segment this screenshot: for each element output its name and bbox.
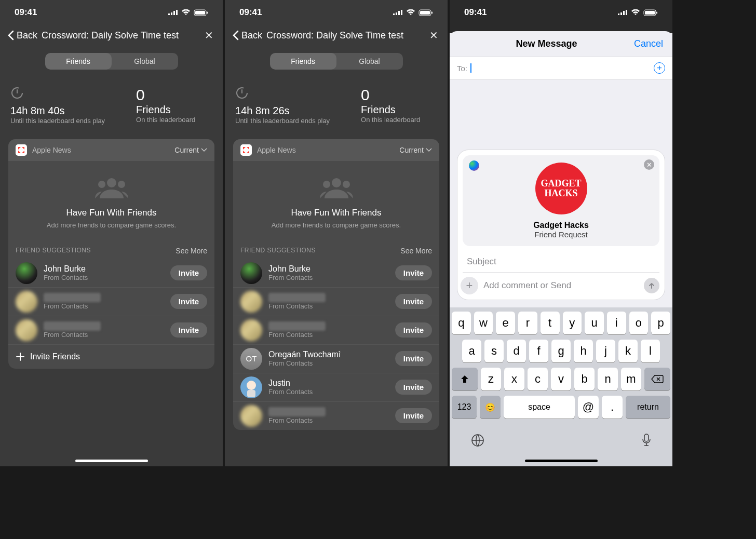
- friend-request-attachment[interactable]: ✕ GADGET HACKS Gadget Hacks Friend Reque…: [463, 155, 659, 246]
- subject-field[interactable]: Subject: [463, 251, 659, 273]
- add-attachment-button[interactable]: +: [461, 277, 478, 294]
- svg-point-13: [343, 181, 350, 188]
- shift-key[interactable]: [452, 368, 478, 390]
- suggestion-row: John BurkeFrom ContactsInvite: [8, 259, 214, 287]
- key-q[interactable]: q: [452, 312, 471, 334]
- plus-icon: [16, 352, 25, 361]
- dot-key[interactable]: .: [602, 396, 623, 419]
- key-c[interactable]: c: [528, 368, 548, 390]
- at-key[interactable]: @: [578, 396, 599, 419]
- key-f[interactable]: f: [529, 340, 548, 362]
- see-more-button[interactable]: See More: [176, 247, 207, 255]
- key-w[interactable]: w: [474, 312, 493, 334]
- compose-field[interactable]: Add comment or Send: [483, 280, 639, 291]
- invite-button[interactable]: Invite: [395, 322, 432, 338]
- timeframe-selector[interactable]: Current: [174, 146, 207, 154]
- key-l[interactable]: l: [641, 340, 660, 362]
- invite-button[interactable]: Invite: [170, 294, 207, 309]
- nav-header: Back Crossword: Daily Solve Time test ✕: [0, 21, 223, 49]
- key-h[interactable]: h: [574, 340, 593, 362]
- key-d[interactable]: d: [507, 340, 526, 362]
- suggestion-name: John Burke: [44, 264, 170, 274]
- suggestion-name: [44, 293, 101, 302]
- status-bar: 09:41: [450, 0, 672, 33]
- return-key[interactable]: return: [626, 396, 670, 419]
- hero-title: Have Fun With Friends: [19, 208, 204, 218]
- cancel-button[interactable]: Cancel: [634, 38, 663, 49]
- key-y[interactable]: y: [563, 312, 582, 334]
- suggestion-list: John BurkeFrom ContactsInviteFrom Contac…: [8, 259, 214, 344]
- page-title: Crossword: Daily Solve Time test: [266, 30, 427, 41]
- numbers-key[interactable]: 123: [452, 396, 477, 419]
- tab-friends[interactable]: Friends: [45, 53, 112, 70]
- key-i[interactable]: i: [607, 312, 626, 334]
- invite-button[interactable]: Invite: [170, 322, 207, 338]
- see-more-button[interactable]: See More: [400, 247, 432, 255]
- invite-button[interactable]: Invite: [395, 408, 432, 423]
- chevron-left-icon[interactable]: [232, 30, 239, 41]
- tab-global[interactable]: Global: [112, 53, 178, 70]
- key-z[interactable]: z: [481, 368, 501, 390]
- status-icons: [393, 9, 433, 16]
- space-key[interactable]: space: [504, 396, 575, 419]
- key-v[interactable]: v: [551, 368, 571, 390]
- card-header: Apple News Current: [233, 139, 439, 161]
- send-button[interactable]: [644, 278, 659, 293]
- key-x[interactable]: x: [504, 368, 524, 390]
- invite-button[interactable]: Invite: [395, 351, 432, 366]
- chevron-left-icon[interactable]: [7, 30, 15, 41]
- svg-point-11: [332, 178, 341, 187]
- key-e[interactable]: e: [496, 312, 515, 334]
- key-j[interactable]: j: [596, 340, 615, 362]
- dictation-key[interactable]: [641, 433, 652, 450]
- key-u[interactable]: u: [585, 312, 604, 334]
- cellular-icon: [393, 9, 403, 16]
- add-recipient-button[interactable]: +: [654, 62, 665, 74]
- friends-label: Friends: [361, 104, 420, 116]
- invite-button[interactable]: Invite: [395, 380, 432, 395]
- message-bubble: ✕ GADGET HACKS Gadget Hacks Friend Reque…: [457, 150, 665, 300]
- key-r[interactable]: r: [518, 312, 537, 334]
- close-button[interactable]: ✕: [427, 27, 440, 44]
- close-button[interactable]: ✕: [203, 27, 215, 44]
- remove-attachment-button[interactable]: ✕: [644, 159, 654, 170]
- key-m[interactable]: m: [621, 368, 641, 390]
- game-center-icon: [469, 160, 479, 171]
- back-button[interactable]: Back: [241, 30, 262, 41]
- globe-key[interactable]: [470, 433, 485, 450]
- suggestion-name: [44, 321, 101, 331]
- key-n[interactable]: n: [598, 368, 618, 390]
- key-a[interactable]: a: [462, 340, 481, 362]
- key-g[interactable]: g: [551, 340, 571, 362]
- back-button[interactable]: Back: [17, 30, 37, 41]
- section-label: FRIEND SUGGESTIONS: [16, 247, 91, 255]
- key-s[interactable]: s: [484, 340, 504, 362]
- battery-icon: [643, 9, 658, 16]
- key-b[interactable]: b: [574, 368, 595, 390]
- suggestions-card: Apple News Current Have Fun With Friends…: [233, 139, 439, 430]
- invite-friends-button[interactable]: Invite Friends: [8, 344, 214, 369]
- tab-global[interactable]: Global: [336, 53, 403, 70]
- time-remaining-sub: Until this leaderboard ends play: [235, 117, 330, 126]
- status-bar: 09:41: [225, 0, 448, 21]
- clock: 09:41: [15, 7, 37, 18]
- avatar: [240, 262, 262, 284]
- invite-button[interactable]: Invite: [395, 265, 432, 280]
- key-t[interactable]: t: [541, 312, 560, 334]
- svg-rect-17: [645, 11, 655, 15]
- key-o[interactable]: o: [629, 312, 649, 334]
- tab-friends[interactable]: Friends: [270, 53, 336, 70]
- to-field[interactable]: To: +: [450, 57, 672, 79]
- timeframe-selector[interactable]: Current: [399, 146, 432, 154]
- suggestion-source: From Contacts: [268, 302, 395, 310]
- delete-key[interactable]: [644, 368, 670, 390]
- wifi-icon: [181, 9, 191, 16]
- key-k[interactable]: k: [618, 340, 638, 362]
- emoji-key[interactable]: 😊: [480, 396, 501, 419]
- time-remaining: 14h 8m 40s: [10, 105, 105, 117]
- avatar: [16, 262, 37, 284]
- invite-button[interactable]: Invite: [170, 265, 207, 280]
- invite-button[interactable]: Invite: [395, 294, 432, 309]
- key-p[interactable]: p: [651, 312, 670, 334]
- svg-rect-15: [247, 390, 255, 397]
